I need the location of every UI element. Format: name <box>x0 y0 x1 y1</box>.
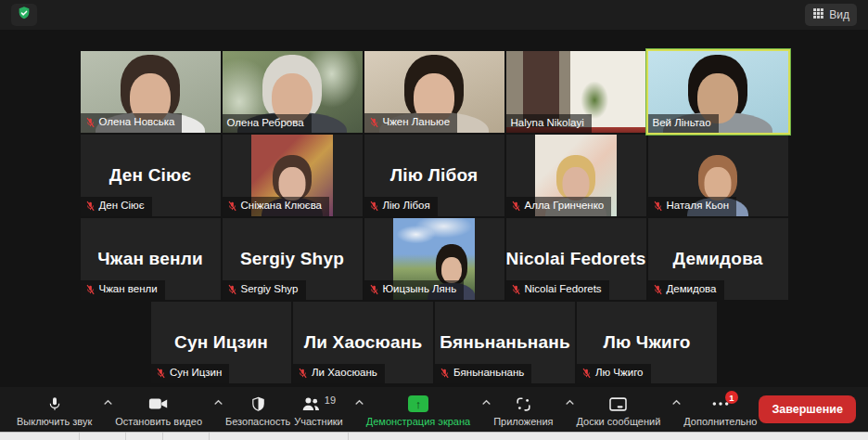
participant-name-text: Halyna Nikolayi <box>511 118 584 129</box>
chevron-up-icon[interactable] <box>213 398 223 406</box>
participant-tile[interactable]: Ден СіюєДен Сіює <box>81 135 221 216</box>
participant-tile[interactable]: Олена Новська <box>81 51 221 133</box>
participant-name-label: Олена Реброва <box>223 114 312 134</box>
participant-tile[interactable]: Алла Гринченко <box>506 135 646 216</box>
participant-name-label: Олена Новська <box>81 113 183 133</box>
participant-name-text: Олена Реброва <box>227 118 304 129</box>
participants-count-badge: 19 <box>325 395 336 406</box>
apps-button[interactable]: Приложения <box>491 392 555 427</box>
muted-mic-icon <box>440 368 450 379</box>
participant-name-text: Sergiy Shyp <box>241 284 299 295</box>
share-screen-icon: ↑ <box>408 395 428 413</box>
participant-name-text: Сун Ицзин <box>170 368 222 379</box>
chevron-up-icon[interactable] <box>565 398 575 406</box>
participant-tile[interactable]: Сун ИцзинСун Ицзин <box>151 302 291 383</box>
toolbar-group-apps: Приложения <box>491 392 574 427</box>
participant-tile[interactable]: Sergiy ShypSergiy Shyp <box>223 218 363 300</box>
muted-mic-icon <box>369 284 379 295</box>
participant-name-text: Сніжана Клюєва <box>241 201 323 212</box>
chevron-up-icon[interactable] <box>671 398 682 406</box>
shield-check-icon <box>17 6 32 24</box>
participant-name-text: Олена Новська <box>99 117 175 128</box>
share-screen-label: Демонстрация экрана <box>366 416 470 427</box>
participant-name-label: Nicolai Fedorets <box>506 280 609 300</box>
whiteboard-icon <box>608 395 628 413</box>
share-screen-icon: ↑ <box>408 395 428 412</box>
participant-tile[interactable]: Чжен Ланьюе <box>364 51 504 133</box>
participant-name-text: Наталя Кьон <box>667 201 730 212</box>
muted-mic-icon <box>227 201 237 212</box>
video-grid-row: Ден СіюєДен СіюєСніжана КлюєваЛію ЛібояЛ… <box>0 135 868 216</box>
participant-tile[interactable]: Nicolai FedoretsNicolai Fedorets <box>506 218 646 300</box>
mute-button[interactable]: Выключить звук <box>15 392 94 427</box>
video-grid-row: Чжан венлиЧжан венлиSergiy ShypSergiy Sh… <box>0 218 868 300</box>
participant-tile[interactable]: ДемидоваДемидова <box>648 218 788 300</box>
grid-view-icon <box>812 7 824 22</box>
whiteboards-button[interactable]: Доски сообщений <box>575 392 663 427</box>
participant-name-label: Демидова <box>648 280 724 300</box>
participant-tile[interactable]: Лію ЛібояЛію Лібоя <box>364 135 504 216</box>
participant-tile[interactable]: Ли ХаосюаньЛи Хаосюань <box>293 302 433 383</box>
muted-mic-icon <box>653 284 663 295</box>
toolbar-group-share-screen: ↑Демонстрация экрана <box>364 392 491 427</box>
stop-video-button[interactable]: Остановить видео <box>113 392 204 427</box>
toolbar-group-more: 1Дополнительно <box>682 392 759 427</box>
participant-name-text: Демидова <box>667 284 717 295</box>
apps-label: Приложения <box>493 416 553 427</box>
chevron-up-icon[interactable] <box>481 398 491 406</box>
muted-mic-icon <box>653 201 663 212</box>
more-icon: 1 <box>711 395 730 413</box>
participant-name-label: Чжан венли <box>81 280 165 300</box>
toolbar-group-security: Безопасность <box>223 392 292 427</box>
chevron-up-icon[interactable] <box>103 398 113 406</box>
security-label: Безопасность <box>225 416 290 427</box>
participant-tile[interactable]: БяньнаньнаньБяньнаньнань <box>435 302 575 383</box>
participant-name-label: Чжен Ланьюе <box>364 113 458 133</box>
security-status-button[interactable] <box>11 4 37 26</box>
share-screen-button[interactable]: ↑Демонстрация экрана <box>364 392 472 427</box>
muted-mic-icon <box>581 368 592 379</box>
participant-name-label: Ли Хаосюань <box>293 364 385 383</box>
participants-icon: 19 <box>301 395 336 413</box>
participant-name-label: Алла Гринченко <box>506 197 612 216</box>
toolbar-group-mute: Выключить звук <box>15 392 113 427</box>
muted-mic-icon <box>85 201 96 212</box>
participant-tile[interactable]: Сніжана Клюєва <box>223 135 363 216</box>
muted-mic-icon <box>85 117 96 128</box>
participant-name-label: Вей Ліньтао <box>648 114 719 134</box>
participant-name-label: Лію Лібоя <box>364 197 438 216</box>
participant-name-text: Алла Гринченко <box>525 201 605 212</box>
participant-tile[interactable]: Лю ЧжигоЛю Чжиго <box>577 302 717 383</box>
view-button[interactable]: Вид <box>805 4 857 26</box>
participant-name-text: Ли Хаосюань <box>312 368 377 379</box>
security-button[interactable]: Безопасность <box>223 392 292 427</box>
participant-name-text: Бяньнаньнань <box>453 368 524 379</box>
muted-mic-icon <box>369 201 379 212</box>
participant-tile[interactable]: Олена Реброва <box>223 51 363 133</box>
participant-name-text: Лію Лібоя <box>383 201 430 212</box>
muted-mic-icon <box>511 284 521 295</box>
participant-tile[interactable]: Halyna Nikolayi <box>506 51 646 133</box>
chevron-up-icon[interactable] <box>354 398 364 406</box>
toolbar-group-whiteboards: Доски сообщений <box>575 392 683 427</box>
mute-label: Выключить звук <box>17 416 92 427</box>
participant-name-text: Лю Чжиго <box>595 368 644 379</box>
whiteboards-label: Доски сообщений <box>577 416 661 427</box>
view-button-label: Вид <box>829 8 849 21</box>
participant-tile[interactable]: Юицзынь Лянь <box>364 218 504 300</box>
participant-tile[interactable]: Наталя Кьон <box>648 135 788 216</box>
participant-name-text: Чжан венли <box>99 284 158 295</box>
toolbar-group-stop-video: Остановить видео <box>113 392 223 427</box>
muted-mic-icon <box>511 201 521 212</box>
participant-tile[interactable]: Чжан венлиЧжан венли <box>81 218 221 300</box>
muted-mic-icon <box>298 368 308 379</box>
microphone-icon <box>47 395 62 413</box>
participant-name-label: Лю Чжиго <box>577 364 651 383</box>
more-button[interactable]: 1Дополнительно <box>682 392 759 427</box>
end-meeting-button[interactable]: Завершение <box>759 395 855 423</box>
shield-icon <box>250 395 266 413</box>
muted-mic-icon <box>156 368 166 379</box>
participants-button[interactable]: 19Участники <box>292 392 345 427</box>
participant-tile[interactable]: Вей Ліньтао <box>648 51 788 133</box>
participant-name-text: Ден Сіює <box>99 201 145 212</box>
